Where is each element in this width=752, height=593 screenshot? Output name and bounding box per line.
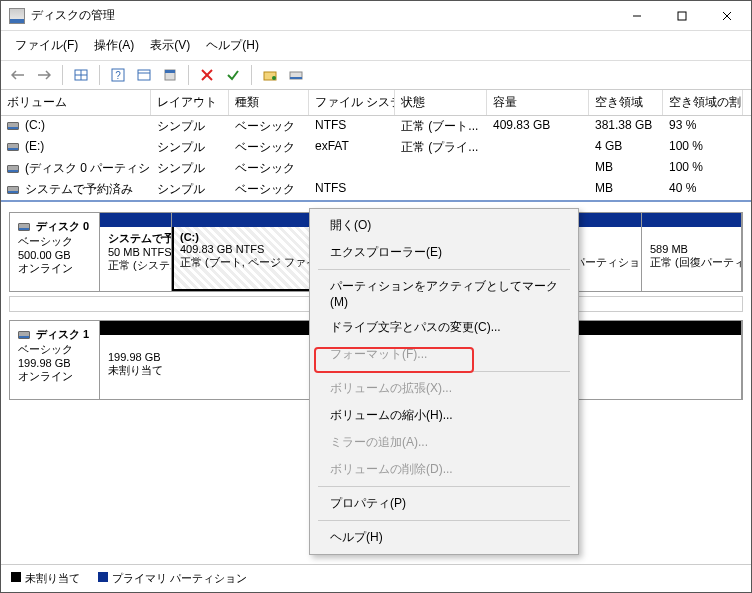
list-header: ボリューム レイアウト 種類 ファイル システム 状態 容量 空き領域 空き領域… [1,90,751,116]
volume-icon [7,165,19,173]
col-fs[interactable]: ファイル システム [309,90,395,115]
table-row[interactable]: (C:) シンプルベーシック NTFS正常 (ブート... 409.83 GB3… [1,116,751,137]
disk-icon[interactable] [285,64,307,86]
close-button[interactable] [704,2,749,30]
ctx-delete: ボリュームの削除(D)... [312,456,576,483]
disk-drive-icon [18,223,30,231]
menu-help[interactable]: ヘルプ(H) [198,33,267,58]
col-free[interactable]: 空き領域 [589,90,663,115]
legend-swatch-primary [98,572,108,582]
col-type[interactable]: 種類 [229,90,309,115]
table-row[interactable]: システムで予約済み シンプルベーシック NTFS MB40 % [1,179,751,200]
ctx-change-letter[interactable]: ドライブ文字とパスの変更(C)... [312,314,576,341]
ctx-extend: ボリュームの拡張(X)... [312,375,576,402]
legend: 未割り当て プライマリ パーティション [1,564,751,592]
table-row[interactable]: (E:) シンプルベーシック exFAT正常 (プライ... 4 GB100 % [1,137,751,158]
partition[interactable]: システムで予50 MB NTFS正常 (システム [100,213,172,291]
menu-action[interactable]: 操作(A) [86,33,142,58]
volume-icon [7,186,19,194]
ctx-mirror: ミラーの追加(A)... [312,429,576,456]
ctx-shrink[interactable]: ボリュームの縮小(H)... [312,402,576,429]
minimize-button[interactable] [614,2,659,30]
svg-rect-1 [678,12,686,20]
check-icon[interactable] [222,64,244,86]
col-pct[interactable]: 空き領域の割... [663,90,743,115]
back-icon[interactable] [7,64,29,86]
refresh-icon[interactable] [133,64,155,86]
titlebar: ディスクの管理 [1,1,751,31]
volume-icon [7,122,19,130]
svg-point-16 [272,76,276,80]
ctx-mark-active[interactable]: パーティションをアクティブとしてマーク(M) [312,273,576,314]
delete-icon[interactable] [196,64,218,86]
volume-icon [7,143,19,151]
forward-icon[interactable] [33,64,55,86]
ctx-format: フォーマット(F)... [312,341,576,368]
ctx-explorer[interactable]: エクスプローラー(E) [312,239,576,266]
svg-rect-12 [165,70,175,73]
disk-drive-icon [18,331,30,339]
col-status[interactable]: 状態 [395,90,487,115]
menu-view[interactable]: 表示(V) [142,33,198,58]
col-capacity[interactable]: 容量 [487,90,589,115]
ctx-properties[interactable]: プロパティ(P) [312,490,576,517]
table-row[interactable]: (ディスク 0 パーティシ... シンプルベーシック MB100 % [1,158,751,179]
volume-list: (C:) シンプルベーシック NTFS正常 (ブート... 409.83 GB3… [1,116,751,200]
settings-icon[interactable] [159,64,181,86]
grid-icon[interactable] [70,64,92,86]
disk-label[interactable]: ディスク 1 ベーシック199.98 GBオンライン [10,321,100,399]
ctx-open[interactable]: 開く(O) [312,212,576,239]
col-volume[interactable]: ボリューム [1,90,151,115]
menubar: ファイル(F) 操作(A) 表示(V) ヘルプ(H) [1,31,751,60]
disk-label[interactable]: ディスク 0 ベーシック500.00 GBオンライン [10,213,100,291]
help-icon[interactable]: ? [107,64,129,86]
app-icon [9,8,25,24]
svg-text:?: ? [115,70,121,81]
svg-rect-9 [138,70,150,80]
ctx-help[interactable]: ヘルプ(H) [312,524,576,551]
window-title: ディスクの管理 [31,7,614,24]
folder-icon[interactable] [259,64,281,86]
context-menu: 開く(O) エクスプローラー(E) パーティションをアクティブとしてマーク(M)… [309,208,579,555]
menu-file[interactable]: ファイル(F) [7,33,86,58]
col-layout[interactable]: レイアウト [151,90,229,115]
legend-swatch-unalloc [11,572,21,582]
maximize-button[interactable] [659,2,704,30]
partition[interactable]: 589 MB正常 (回復パーティション [642,213,742,291]
toolbar: ? [1,60,751,90]
svg-rect-18 [290,77,302,79]
